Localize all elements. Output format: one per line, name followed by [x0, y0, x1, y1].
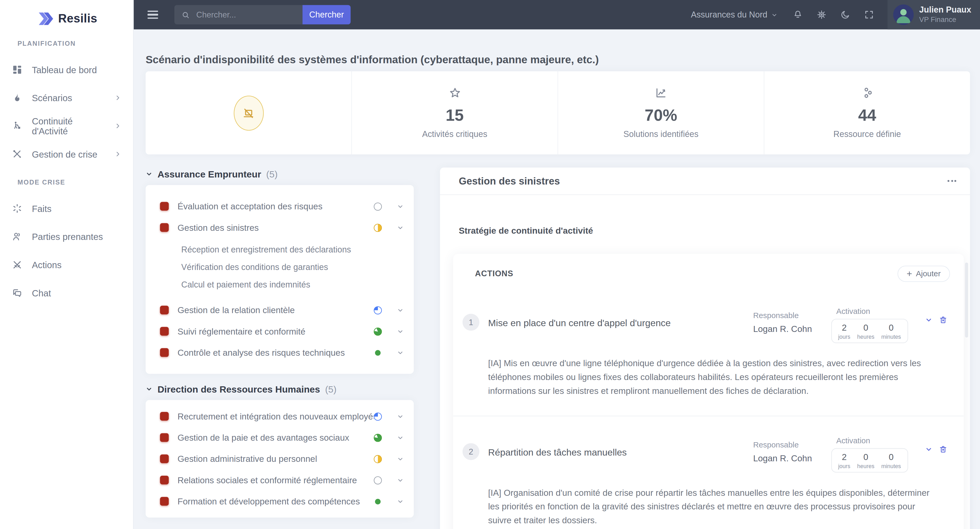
activation-label: Activation — [836, 307, 925, 315]
action-responsable: Responsable Logan R. Cohn — [753, 311, 831, 334]
sidebar-item-dashboard[interactable]: Tableau de bord — [0, 56, 133, 84]
hours-value[interactable]: 0 — [864, 322, 869, 333]
action-controls — [925, 444, 948, 454]
hours-value[interactable]: 0 — [864, 452, 869, 462]
stat-ressources: 44 Ressource définie — [764, 71, 970, 155]
user-role: VP Finance — [919, 16, 971, 25]
more-options-icon[interactable] — [948, 177, 956, 184]
duration-input-group[interactable]: 2jours 0heures 0minutes — [831, 319, 908, 343]
group-header-assurance-emprunteur[interactable]: Assurance Emprunteur (5) — [146, 167, 414, 180]
brand-logo[interactable]: Resilis — [0, 0, 133, 29]
user-menu[interactable]: Julien Puaux VP Finance — [887, 0, 980, 29]
responsable-name[interactable]: Logan R. Cohn — [753, 324, 831, 334]
flame-icon — [12, 92, 22, 103]
chevron-down-icon[interactable] — [397, 413, 404, 420]
activity-color-chip — [160, 412, 169, 421]
activity-row[interactable]: Relations sociales et conformité régleme… — [146, 469, 414, 491]
sub-activity[interactable]: Calcul et paiement des indemnités — [146, 276, 414, 293]
status-pie-icon — [374, 412, 382, 420]
chevron-down-icon[interactable] — [397, 349, 404, 356]
organization-dropdown[interactable]: Assurances du Nord — [691, 10, 778, 19]
chevron-down-icon[interactable] — [397, 328, 404, 335]
sidebar-item-faits[interactable]: Faits — [0, 194, 133, 223]
minutes-value[interactable]: 0 — [889, 452, 894, 462]
activity-row[interactable]: Gestion de la relation clientèle — [146, 300, 414, 321]
chevron-down-icon[interactable] — [397, 307, 404, 313]
activity-row[interactable]: Gestion de la paie et des avantages soci… — [146, 427, 414, 448]
activity-row[interactable]: Formation et développement des compétenc… — [146, 491, 414, 512]
dashboard-icon — [12, 64, 22, 75]
search-button[interactable]: Chercher — [302, 5, 351, 24]
activity-row[interactable]: Recrutement et intégration des nouveaux … — [146, 406, 414, 427]
collapse-action-icon[interactable] — [925, 446, 933, 453]
sidebar-item-gestion-crise[interactable]: Gestion de crise — [0, 140, 133, 168]
status-pie-icon — [374, 476, 382, 484]
plus-icon: + — [907, 270, 912, 277]
bell-icon[interactable] — [792, 10, 803, 20]
moon-icon[interactable] — [840, 10, 851, 20]
users-icon — [12, 231, 22, 242]
action-number-badge: 2 — [463, 443, 480, 460]
chevron-down-icon[interactable] — [397, 224, 404, 231]
stats-card: 15 Activités critiques 70% Solutions ide… — [146, 71, 970, 155]
chevron-down-icon[interactable] — [397, 434, 404, 441]
group-count: (5) — [266, 169, 278, 179]
activity-label: Suivi réglementaire et conformité — [177, 326, 374, 336]
status-pie-icon — [374, 223, 382, 231]
responsable-name[interactable]: Logan R. Cohn — [753, 453, 831, 463]
fullscreen-icon[interactable] — [864, 10, 874, 20]
chevron-down-icon[interactable] — [397, 455, 404, 462]
delete-action-icon[interactable] — [938, 444, 948, 454]
action-description: [IA] Mis en œuvre d'une ligne téléphoniq… — [488, 357, 932, 398]
divider — [440, 194, 970, 195]
action-activation: Activation 2jours 0heures 0minutes — [831, 307, 925, 343]
chat-icon — [12, 287, 22, 298]
search-input[interactable] — [195, 10, 298, 20]
hours-unit: heures — [857, 334, 874, 340]
sidebar-item-actions[interactable]: Actions — [0, 251, 133, 279]
group-name: Assurance Emprunteur — [158, 169, 261, 179]
collapse-action-icon[interactable] — [925, 316, 933, 324]
activity-label: Formation et développement des compétenc… — [177, 496, 374, 506]
days-value[interactable]: 2 — [842, 452, 847, 462]
activity-label: Contrôle et analyse des risques techniqu… — [177, 347, 374, 357]
add-action-button[interactable]: + Ajouter — [897, 265, 950, 282]
hamburger-menu-icon[interactable] — [147, 10, 158, 19]
scrollbar-thumb[interactable] — [965, 263, 968, 338]
days-unit: jours — [838, 334, 850, 340]
sidebar-item-scenarios[interactable]: Scénarios — [0, 84, 133, 112]
minutes-value[interactable]: 0 — [889, 322, 894, 333]
delete-action-icon[interactable] — [938, 315, 948, 325]
star-icon — [448, 86, 462, 100]
sidebar-item-parties-prenantes[interactable]: Parties prenantes — [0, 222, 133, 251]
sidebar-item-chat[interactable]: Chat — [0, 279, 133, 307]
chevron-down-icon[interactable] — [397, 498, 404, 505]
duration-input-group[interactable]: 2jours 0heures 0minutes — [831, 448, 908, 473]
activity-row[interactable]: Évaluation et acceptation des risques — [146, 196, 414, 217]
activity-row[interactable]: Suivi réglementaire et conformité — [146, 321, 414, 342]
stat-label: Ressource définie — [834, 129, 901, 139]
activity-label: Évaluation et acceptation des risques — [177, 201, 374, 211]
activity-label: Gestion de la relation clientèle — [177, 305, 374, 315]
group-count: (5) — [325, 383, 337, 394]
page-title: Scénario d'indisponibilité des systèmes … — [146, 54, 599, 67]
activity-label: Gestion administrative du personnel — [177, 454, 374, 464]
brand-name: Resilis — [58, 12, 97, 25]
activity-row-selected[interactable]: Gestion des sinistres — [146, 217, 414, 238]
activity-row[interactable]: Contrôle et analyse des risques techniqu… — [146, 342, 414, 363]
chevron-down-icon[interactable] — [397, 203, 404, 210]
stat-scenario — [146, 71, 352, 155]
main-content: Scénario d'indisponibilité des systèmes … — [133, 29, 980, 529]
organization-name: Assurances du Nord — [691, 10, 768, 19]
sub-activity[interactable]: Réception et enregistrement des déclarat… — [146, 241, 414, 258]
gear-icon[interactable] — [816, 10, 827, 20]
scenario-bubble — [233, 96, 263, 131]
activity-row[interactable]: Gestion administrative du personnel — [146, 448, 414, 469]
group-header-drh[interactable]: Direction des Ressources Humaines (5) — [146, 382, 414, 395]
stat-value: 15 — [445, 105, 464, 125]
chevron-down-icon[interactable] — [397, 477, 404, 484]
days-value[interactable]: 2 — [842, 322, 847, 333]
sidebar-item-continuite[interactable]: Continuité d'Activité — [0, 112, 133, 140]
sub-activity[interactable]: Vérification des conditions de garanties — [146, 258, 414, 276]
sidebar-item-label: Chat — [32, 288, 121, 298]
